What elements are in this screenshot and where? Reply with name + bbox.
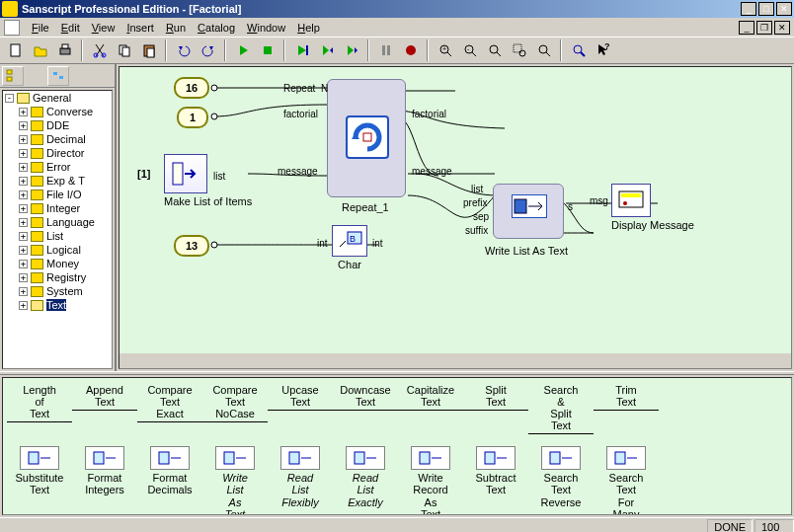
expand-icon[interactable]: + (19, 163, 28, 172)
run-button[interactable] (231, 39, 254, 61)
tree-item-converse[interactable]: +Converse (3, 105, 112, 118)
help-cursor-button[interactable]: ? (592, 39, 614, 61)
make-list-block[interactable]: Make List of Items (164, 154, 252, 207)
mdi-minimize-button[interactable]: _ (739, 21, 754, 35)
expand-icon[interactable]: + (19, 190, 28, 199)
expand-icon[interactable]: + (19, 135, 28, 144)
expand-icon[interactable]: + (19, 218, 28, 227)
menu-window[interactable]: Window (241, 20, 291, 36)
canvas-scroll[interactable]: 16 1 [1] 13 Make List of Items list Repe… (119, 66, 792, 369)
function-palette[interactable]: LengthofTextAppendTextCompareTextExactCo… (2, 377, 792, 515)
tree-item-list[interactable]: +List (3, 229, 112, 243)
new-button[interactable] (4, 39, 27, 61)
expand-icon[interactable]: + (19, 287, 28, 296)
palette-item-capitalize-text[interactable]: CapitalizeText (398, 384, 463, 434)
display-block[interactable]: Display Message (611, 184, 694, 231)
redo-button[interactable] (197, 39, 219, 61)
writelist-block[interactable] (493, 184, 564, 239)
tree-item-system[interactable]: +System (3, 284, 112, 298)
palette-item-split-text[interactable]: SplitText (463, 384, 528, 434)
tree-item-decimal[interactable]: +Decimal (3, 132, 112, 146)
palette-item-write-list-as-text[interactable]: WriteListAsText (202, 446, 268, 515)
menu-run[interactable]: Run (160, 20, 192, 36)
step-over-button[interactable] (290, 39, 313, 61)
char-block[interactable]: B Char (332, 225, 367, 270)
undo-button[interactable] (172, 39, 195, 61)
expand-icon[interactable]: + (19, 108, 28, 116)
expand-icon[interactable]: + (19, 246, 28, 255)
breakpoint-button[interactable] (399, 39, 422, 61)
zoom-select-button[interactable] (508, 39, 530, 61)
open-button[interactable] (29, 39, 51, 61)
find-button[interactable] (567, 39, 590, 61)
palette-item-read-list-flexibly[interactable]: ReadListFlexibly (268, 446, 333, 515)
palette-item-search-text-for-many[interactable]: SearchTextForMany (594, 446, 659, 515)
zoom-100-button[interactable] (532, 39, 555, 61)
palette-item-append-text[interactable]: AppendText (72, 384, 137, 434)
expand-icon[interactable]: + (19, 204, 28, 213)
tree-item-director[interactable]: +Director (3, 146, 112, 160)
palette-item-write-record-as-text[interactable]: WriteRecordAsText (398, 446, 463, 515)
tree-item-file-i-o[interactable]: +File I/O (3, 188, 112, 201)
menu-file[interactable]: File (26, 20, 55, 36)
collapse-icon[interactable]: - (5, 94, 14, 103)
value-13[interactable]: 13 (174, 235, 209, 257)
copy-button[interactable] (113, 39, 135, 61)
tree-item-text[interactable]: +Text (3, 298, 112, 312)
sidebar-tab-tree[interactable] (2, 66, 24, 86)
expand-icon[interactable]: + (19, 232, 28, 241)
palette-item-compare-text-exact[interactable]: CompareTextExact (137, 384, 202, 434)
flowgram-canvas[interactable]: 16 1 [1] 13 Make List of Items list Repe… (119, 67, 791, 353)
repeat-block[interactable] (327, 79, 406, 197)
horizontal-splitter[interactable] (0, 371, 794, 375)
catalog-tree[interactable]: - General +Converse+DDE+Decimal+Director… (2, 90, 113, 369)
menu-insert[interactable]: Insert (120, 20, 160, 36)
palette-item-trim-text[interactable]: TrimText (594, 384, 659, 434)
step-into-button[interactable] (315, 39, 338, 61)
stop-button[interactable] (256, 39, 278, 61)
palette-item-downcase-text[interactable]: DowncaseText (333, 384, 398, 434)
expand-icon[interactable]: + (19, 177, 28, 186)
expand-icon[interactable]: + (19, 149, 28, 158)
palette-item-format-decimals[interactable]: FormatDecimals (137, 446, 202, 515)
palette-item-upcase-text[interactable]: UpcaseText (268, 384, 333, 434)
menu-catalog[interactable]: Catalog (192, 20, 241, 36)
zoom-fit-button[interactable] (483, 39, 506, 61)
value-bracket[interactable]: [1] (137, 168, 150, 180)
palette-item-substitute-text[interactable]: SubstituteText (7, 446, 72, 515)
expand-icon[interactable]: + (19, 301, 28, 310)
tree-item-logical[interactable]: +Logical (3, 243, 112, 257)
zoom-out-button[interactable]: - (458, 39, 481, 61)
palette-item-search-text-reverse[interactable]: SearchTextReverse (528, 446, 594, 515)
mdi-close-button[interactable]: ✕ (774, 21, 790, 35)
minimize-button[interactable]: _ (741, 2, 756, 16)
expand-icon[interactable]: + (19, 121, 28, 130)
maximize-button[interactable]: □ (758, 2, 774, 16)
print-button[interactable] (53, 39, 76, 61)
pause-button[interactable] (374, 39, 397, 61)
menu-help[interactable]: Help (291, 20, 326, 36)
close-button[interactable]: ✕ (776, 2, 792, 16)
tree-item-integer[interactable]: +Integer (3, 201, 112, 215)
expand-icon[interactable]: + (19, 260, 28, 268)
mdi-restore-button[interactable]: ❐ (756, 21, 772, 35)
zoom-in-button[interactable]: + (434, 39, 456, 61)
tree-root[interactable]: - General (3, 91, 112, 105)
palette-item-subtract-text[interactable]: SubtractText (463, 446, 528, 515)
value-16[interactable]: 16 (174, 77, 209, 99)
paste-button[interactable] (137, 39, 160, 61)
expand-icon[interactable]: + (19, 273, 28, 282)
menu-edit[interactable]: Edit (55, 20, 86, 36)
step-out-button[interactable] (340, 39, 362, 61)
palette-item-compare-text-nocase[interactable]: CompareTextNoCase (202, 384, 268, 434)
tree-item-dde[interactable]: +DDE (3, 118, 112, 132)
palette-item-read-list-exactly[interactable]: ReadListExactly (333, 446, 398, 515)
cut-button[interactable] (88, 39, 111, 61)
palette-item-format-integers[interactable]: FormatIntegers (72, 446, 137, 515)
tree-item-registry[interactable]: +Registry (3, 270, 112, 284)
tree-item-language[interactable]: +Language (3, 215, 112, 229)
palette-item-length-of-text[interactable]: LengthofText (7, 384, 72, 434)
palette-item-search-split-text[interactable]: Search&SplitText (528, 384, 594, 434)
tree-item-error[interactable]: +Error (3, 160, 112, 174)
sidebar-tab-flat[interactable] (47, 66, 69, 86)
